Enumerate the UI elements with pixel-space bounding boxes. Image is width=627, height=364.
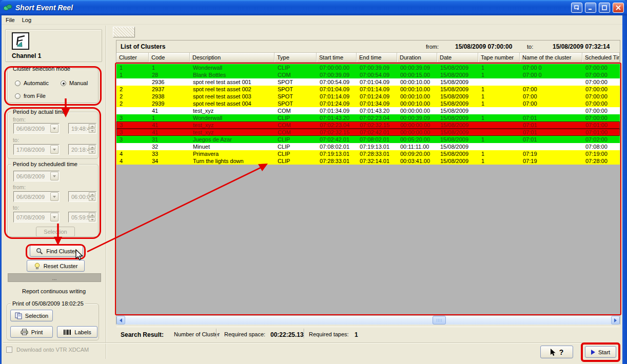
scheduled-from-time-spinner[interactable]: 06:00:00 xyxy=(68,191,96,202)
column-header-end-time[interactable]: End time xyxy=(357,53,397,63)
scheduled-to-time-spinner[interactable]: 05:59:59 xyxy=(68,212,96,223)
actual-from-time-spinner[interactable]: 19:48:44 xyxy=(68,123,96,134)
actual-to-time-spinner[interactable]: 20:18:44 xyxy=(68,144,96,155)
scheduled-from-date-combo[interactable]: 06/08/2009 xyxy=(13,191,60,202)
spin-up-icon[interactable] xyxy=(89,213,95,217)
scheduled-date-combo[interactable]: 06/08/2009 xyxy=(13,171,60,181)
spin-down-icon[interactable] xyxy=(89,150,95,154)
period-scheduled-title: Period by scheduledl time xyxy=(11,161,79,167)
radio-automatic[interactable]: Automatic xyxy=(15,80,49,86)
print-selection-button[interactable]: Selection xyxy=(10,310,53,321)
column-header-code[interactable]: Code xyxy=(149,53,190,63)
table-cell: 33 xyxy=(149,150,190,157)
table-row[interactable]: 22939spot reel test asset 004SPOT07:01:2… xyxy=(116,100,620,107)
table-row[interactable]: 32MinuetCLIP07:08:02.0107:19:13.0100:11:… xyxy=(116,143,620,150)
download-checkbox[interactable] xyxy=(6,347,12,353)
spin-up-icon[interactable] xyxy=(89,192,95,196)
table-cell: 2937 xyxy=(149,86,190,93)
actual-to-date-combo[interactable]: 17/08/2009 xyxy=(13,144,60,155)
table-row[interactable]: 22937spot reel test asset 002SPOT07:01:0… xyxy=(116,86,620,93)
print-button[interactable]: Print xyxy=(10,326,53,338)
button-label: Find Cluster xyxy=(46,248,76,254)
column-header-type[interactable]: Type xyxy=(275,53,317,63)
table-row[interactable]: 341test_xyzCOM07:02:32.1507:02:42.0100:0… xyxy=(116,129,620,136)
horizontal-scrollbar[interactable] xyxy=(116,316,620,325)
column-header-tape-number[interactable]: Tape number xyxy=(478,53,520,63)
column-header-duration[interactable]: Duration xyxy=(397,53,437,63)
table-cell: 07:01:34.09 xyxy=(317,107,357,114)
scroll-right-icon[interactable] xyxy=(611,316,620,325)
table-row[interactable]: 331Juegos de AzarCLIP07:02:42.0107:08:02… xyxy=(116,136,620,143)
table-row[interactable]: 433PrimaveraCLIP07:19:13.0107:28:33.0100… xyxy=(116,150,620,157)
table-row[interactable]: 341test_xyzCOM07:02:23.0407:02:32.1500:0… xyxy=(116,122,620,129)
table-row[interactable]: 41test_xyzCOM07:01:34.0907:01:43.2000:00… xyxy=(116,107,620,114)
context-help-button[interactable]: ? xyxy=(540,346,573,358)
scrollbar-thumb[interactable] xyxy=(433,316,446,325)
dropdown-arrow-icon[interactable] xyxy=(50,172,58,180)
column-header-date[interactable]: Date xyxy=(437,53,478,63)
find-cluster-button[interactable]: Find Cluster xyxy=(30,245,83,257)
table-row[interactable]: 22938spot reel test asset 003SPOT07:01:1… xyxy=(116,93,620,100)
reset-cluster-button[interactable]: Reset Cluster xyxy=(27,260,85,272)
start-button[interactable]: Start xyxy=(585,346,616,358)
spin-up-icon[interactable] xyxy=(89,145,95,149)
spin-down-icon[interactable] xyxy=(89,129,95,133)
table-cell: 2938 xyxy=(149,93,190,100)
column-header-scheduled-time[interactable]: Scheduled Time xyxy=(582,53,620,63)
radio-dot xyxy=(15,80,21,86)
column-header-start-time[interactable]: Start time xyxy=(317,53,357,63)
dropdown-arrow-icon[interactable] xyxy=(50,124,58,133)
radio-from-file[interactable]: from File xyxy=(15,93,46,99)
dropdown-arrow-icon[interactable] xyxy=(50,145,58,154)
table-cell: 2 xyxy=(116,93,149,100)
table-row[interactable]: 31WonderwallCLIP07:01:43.2007:02:23.0400… xyxy=(116,114,620,122)
maximize-button[interactable] xyxy=(599,3,610,13)
combo-value: 06/08/2009 xyxy=(16,173,45,179)
table-row[interactable]: 11WonderwallCLIP07:00:00.0007:00:39.0900… xyxy=(116,64,620,71)
selection-button[interactable]: Selection xyxy=(36,227,75,237)
spin-down-icon[interactable] xyxy=(89,197,95,201)
scroll-left-icon[interactable] xyxy=(116,316,125,325)
table-cell: COM xyxy=(275,71,317,78)
column-header-description[interactable]: Description xyxy=(190,53,275,63)
restore-window-icon-button[interactable] xyxy=(571,3,582,13)
radio-label: Automatic xyxy=(24,80,49,86)
actual-from-date-combo[interactable]: 06/08/2009 xyxy=(13,123,60,134)
column-header-name-of-the-cluster[interactable]: Name of the cluster xyxy=(520,53,582,63)
dropdown-arrow-icon[interactable] xyxy=(50,213,58,221)
minimize-button[interactable] xyxy=(585,3,596,13)
button-label: Reset Cluster xyxy=(44,263,78,269)
table-cell: Primavera xyxy=(190,150,275,157)
table-cell: 15/08/2009 xyxy=(437,150,478,157)
table-cell: 07:01 xyxy=(520,114,582,122)
channel-logo-icon xyxy=(12,32,29,50)
table-cell: 07:01 xyxy=(520,129,582,136)
table-cell: 34 xyxy=(149,157,190,165)
table-cell: 15/08/2009 xyxy=(437,64,478,71)
table-cell: SPOT xyxy=(275,86,317,93)
table-cell: 15/08/2009 xyxy=(437,136,478,143)
dropdown-arrow-icon[interactable] xyxy=(50,192,58,201)
status-bar: Search Result: Number of Cluster Require… xyxy=(116,327,620,340)
scheduled-to-date-combo[interactable]: 07/08/2009 xyxy=(13,212,60,223)
button-label: Start xyxy=(598,349,610,355)
status-separator xyxy=(304,329,305,338)
labels-button[interactable]: Labels xyxy=(57,326,97,338)
menu-log[interactable]: Log xyxy=(22,17,31,23)
menu-file[interactable]: File xyxy=(6,17,15,23)
table-cell: 00:00:00.00 xyxy=(397,129,437,136)
radio-manual[interactable]: Manual xyxy=(61,80,88,86)
column-header-cluster[interactable]: Cluster xyxy=(116,53,149,63)
table-row[interactable]: 434Turn the lights downCLIP07:28:33.0107… xyxy=(116,157,620,165)
close-button[interactable] xyxy=(613,3,624,13)
empty-tab[interactable] xyxy=(113,27,135,37)
spin-up-icon[interactable] xyxy=(89,124,95,128)
table-row[interactable]: 2936spot reel test asset 001SPOT07:00:54… xyxy=(116,78,620,86)
table-cell: 1 xyxy=(116,64,149,71)
spin-down-icon[interactable] xyxy=(89,217,95,221)
table-cell: 07:02:32.15 xyxy=(357,122,397,129)
table-row[interactable]: 128Blank BottlesCOM07:00:39.0907:00:54.0… xyxy=(116,71,620,78)
window-border-right xyxy=(622,15,627,364)
table-cell: 07:28:33.01 xyxy=(317,157,357,165)
table-cell: 07:08:00 xyxy=(582,143,620,150)
